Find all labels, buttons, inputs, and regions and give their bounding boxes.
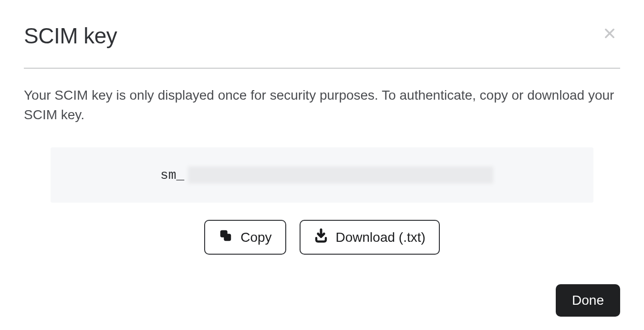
scim-key-redacted (188, 166, 493, 184)
copy-button[interactable]: Copy (204, 220, 286, 255)
copy-button-label: Copy (240, 230, 271, 245)
close-icon (603, 27, 616, 41)
copy-icon (218, 228, 233, 246)
dialog-footer: Done (556, 284, 620, 317)
download-button[interactable]: Download (.txt) (300, 220, 440, 255)
download-button-label: Download (.txt) (336, 230, 426, 245)
dialog-header: SCIM key (24, 23, 620, 69)
scim-key-prefix: sm_ (160, 168, 184, 183)
svg-rect-3 (224, 234, 231, 241)
scim-key-dialog: SCIM key Your SCIM key is only displayed… (0, 0, 644, 330)
close-button[interactable] (599, 23, 620, 45)
download-icon (314, 228, 328, 246)
scim-key-display: sm_ (51, 147, 593, 203)
dialog-description: Your SCIM key is only displayed once for… (24, 86, 620, 124)
dialog-title: SCIM key (24, 23, 117, 49)
action-row: Copy Download (.txt) (24, 220, 620, 255)
done-button[interactable]: Done (556, 284, 620, 317)
